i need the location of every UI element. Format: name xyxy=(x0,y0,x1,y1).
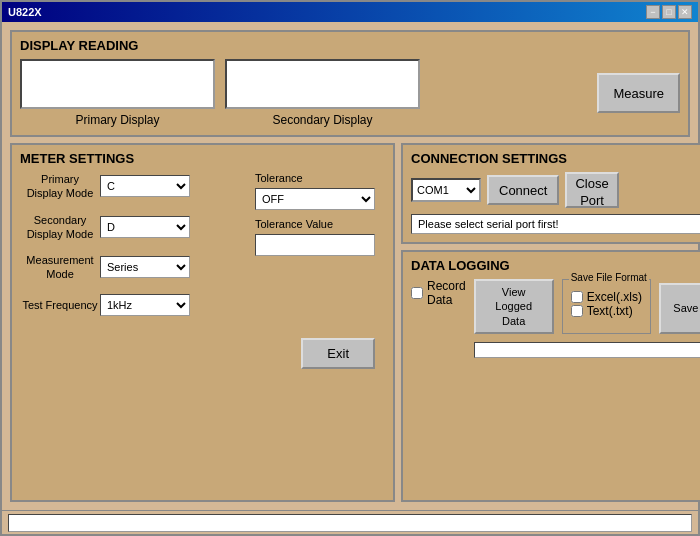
primary-mode-select[interactable]: C xyxy=(100,175,190,197)
secondary-mode-select[interactable]: D xyxy=(100,216,190,238)
connect-button[interactable]: Connect xyxy=(487,175,559,205)
connection-settings-section: CONNECTION SETTINGS COM1 COM2 COM3 COM4 … xyxy=(401,143,700,244)
record-data-label: Record Data xyxy=(427,279,466,307)
maximize-button[interactable]: □ xyxy=(662,5,676,19)
primary-mode-label: PrimaryDisplay Mode xyxy=(20,172,100,201)
title-bar: U822X − □ ✕ xyxy=(2,2,698,22)
secondary-display-label: Secondary Display xyxy=(272,113,372,127)
tolerance-value-input[interactable] xyxy=(255,234,375,256)
measurement-mode-row: MeasurementMode Series xyxy=(20,253,235,282)
measure-button[interactable]: Measure xyxy=(597,73,680,113)
secondary-mode-row: SecondaryDisplay Mode D xyxy=(20,213,235,242)
meter-grid: PrimaryDisplay Mode C SecondaryDisplay M… xyxy=(20,172,385,328)
measurement-mode-select[interactable]: Series xyxy=(100,256,190,278)
text-option-row: Text(.txt) xyxy=(571,304,642,318)
save-data-button[interactable]: Save Data xyxy=(659,283,700,334)
test-freq-select[interactable]: 1kHz xyxy=(100,294,190,316)
measurement-mode-label: MeasurementMode xyxy=(20,253,100,282)
meter-settings-title: METER SETTINGS xyxy=(20,151,385,166)
record-data-row: Record Data xyxy=(411,279,466,307)
display-reading-content: Primary Display Secondary Display Measur… xyxy=(20,59,680,127)
primary-mode-row: PrimaryDisplay Mode C xyxy=(20,172,235,201)
title-bar-buttons: − □ ✕ xyxy=(646,5,692,19)
connection-status-text: Please select serial port first! xyxy=(411,214,700,234)
right-data-col: View LoggedData Save File Format Excel(.… xyxy=(474,279,700,358)
meter-right: Tolerance OFF Tolerance Value xyxy=(255,172,385,328)
save-format-legend: Save File Format xyxy=(569,272,649,283)
exit-button[interactable]: Exit xyxy=(301,338,375,369)
record-data-checkbox[interactable] xyxy=(411,287,423,299)
secondary-display-box xyxy=(225,59,420,109)
progress-bar xyxy=(474,342,700,358)
right-column: CONNECTION SETTINGS COM1 COM2 COM3 COM4 … xyxy=(401,143,700,502)
tolerance-select[interactable]: OFF xyxy=(255,188,375,210)
main-window: U822X − □ ✕ DISPLAY READING Primary Disp… xyxy=(0,0,700,536)
excel-checkbox[interactable] xyxy=(571,291,583,303)
primary-display-box xyxy=(20,59,215,109)
meter-settings-section: METER SETTINGS PrimaryDisplay Mode C Sec… xyxy=(10,143,395,502)
view-logged-data-button[interactable]: View LoggedData xyxy=(474,279,554,334)
connection-settings-title: CONNECTION SETTINGS xyxy=(411,151,700,166)
save-format-box: Save File Format Excel(.xls) Text(.txt) xyxy=(562,279,651,334)
meter-left: PrimaryDisplay Mode C SecondaryDisplay M… xyxy=(20,172,235,328)
secondary-display-group: Secondary Display xyxy=(225,59,420,127)
excel-option-row: Excel(.xls) xyxy=(571,290,642,304)
exit-row: Exit xyxy=(20,338,385,369)
close-button[interactable]: ✕ xyxy=(678,5,692,19)
status-bar xyxy=(2,510,698,534)
tolerance-value-label: Tolerance Value xyxy=(255,218,385,230)
test-freq-label: Test Frequency xyxy=(20,298,100,312)
window-body: DISPLAY READING Primary Display Secondar… xyxy=(2,22,698,510)
display-reading-section: DISPLAY READING Primary Display Secondar… xyxy=(10,30,690,137)
data-logging-content: Record Data View LoggedData Save File Fo… xyxy=(411,279,700,358)
com-port-select[interactable]: COM1 COM2 COM3 COM4 xyxy=(411,178,481,202)
display-reading-title: DISPLAY READING xyxy=(20,38,680,53)
status-bar-field xyxy=(8,514,692,532)
secondary-mode-label: SecondaryDisplay Mode xyxy=(20,213,100,242)
primary-display-label: Primary Display xyxy=(75,113,159,127)
data-logging-section: DATA LOGGING Record Data View LoggedData xyxy=(401,250,700,502)
text-label: Text(.txt) xyxy=(587,304,633,318)
close-port-button[interactable]: ClosePort xyxy=(565,172,618,208)
excel-label: Excel(.xls) xyxy=(587,290,642,304)
minimize-button[interactable]: − xyxy=(646,5,660,19)
tolerance-label: Tolerance xyxy=(255,172,385,184)
bottom-area: METER SETTINGS PrimaryDisplay Mode C Sec… xyxy=(10,143,690,502)
record-area: Record Data xyxy=(411,279,466,307)
primary-display-group: Primary Display xyxy=(20,59,215,127)
text-checkbox[interactable] xyxy=(571,305,583,317)
test-freq-row: Test Frequency 1kHz xyxy=(20,294,235,316)
data-logging-title: DATA LOGGING xyxy=(411,258,700,273)
window-title: U822X xyxy=(8,6,42,18)
connection-row: COM1 COM2 COM3 COM4 Connect ClosePort xyxy=(411,172,700,208)
